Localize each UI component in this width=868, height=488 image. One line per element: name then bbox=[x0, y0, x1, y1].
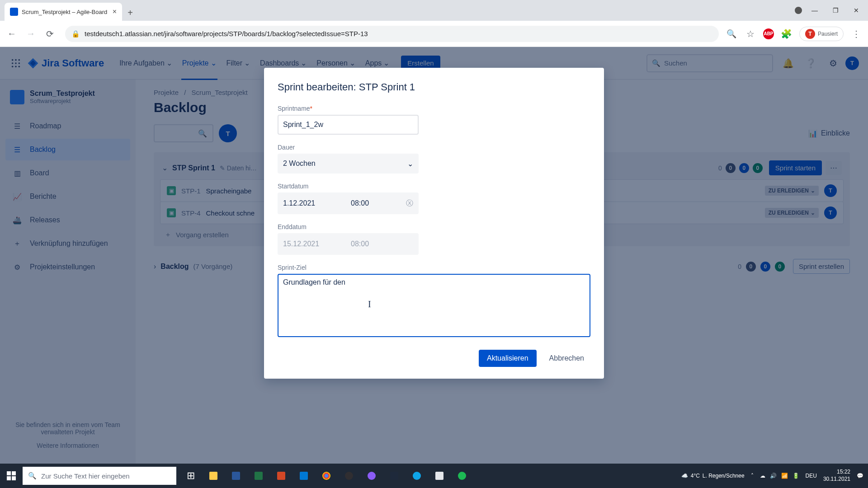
field-label: Startdatum bbox=[278, 183, 590, 190]
app-icon bbox=[255, 472, 263, 480]
word-icon[interactable] bbox=[225, 464, 247, 488]
zoom-icon[interactable]: 🔍 bbox=[725, 29, 738, 39]
tab-title: Scrum_Testprojekt – Agile-Board bbox=[22, 9, 109, 15]
cancel-button[interactable]: Abbrechen bbox=[543, 350, 590, 367]
app-icon bbox=[277, 472, 285, 480]
jira-app: Jira Software Ihre Aufgaben⌄ Projekte⌄ F… bbox=[0, 47, 868, 464]
duration-value: 2 Wochen bbox=[283, 160, 316, 168]
app-icon bbox=[322, 472, 330, 480]
text-caret-icon: I bbox=[368, 299, 371, 310]
notepad-icon[interactable] bbox=[429, 464, 450, 488]
extensions-icon[interactable]: 🧩 bbox=[780, 28, 793, 39]
url-text: testdeutsch1.atlassian.net/jira/software… bbox=[85, 30, 368, 38]
field-label: Sprintname* bbox=[278, 105, 590, 112]
chevron-down-icon: ⌄ bbox=[407, 160, 413, 168]
close-window-button[interactable]: ✕ bbox=[848, 4, 864, 17]
time-label: 15:22 bbox=[823, 469, 850, 476]
volume-icon[interactable]: 🔊 bbox=[770, 473, 777, 479]
startdate-input[interactable]: 1.12.2021 08:00 ⓧ bbox=[278, 192, 419, 214]
update-button[interactable]: Aktualisieren bbox=[479, 350, 537, 367]
wifi-icon[interactable]: 📶 bbox=[781, 473, 788, 479]
field-enddate: Enddatum 15.12.2021 08:00 bbox=[278, 223, 590, 255]
mail-icon[interactable] bbox=[293, 464, 315, 488]
sprintname-input[interactable] bbox=[278, 115, 419, 135]
start-time-value: 08:00 bbox=[351, 199, 396, 207]
maximize-button[interactable]: ❐ bbox=[827, 4, 844, 17]
spotify-icon[interactable] bbox=[451, 464, 473, 488]
browser-tab[interactable]: Scrum_Testprojekt – Agile-Board × bbox=[5, 3, 122, 21]
windows-logo-icon bbox=[7, 471, 16, 480]
app-icon bbox=[345, 472, 353, 480]
excel-icon[interactable] bbox=[248, 464, 269, 488]
reload-button[interactable]: ⟳ bbox=[43, 28, 56, 39]
enddate-input: 15.12.2021 08:00 bbox=[278, 233, 419, 255]
back-button[interactable]: ← bbox=[5, 28, 18, 39]
taskbar-search-input[interactable]: 🔍 Zur Suche Text hier eingeben bbox=[23, 467, 176, 485]
powerpoint-icon[interactable] bbox=[270, 464, 292, 488]
abp-icon[interactable]: ABP bbox=[763, 28, 774, 39]
forward-button[interactable]: → bbox=[24, 28, 37, 39]
notifications-icon[interactable]: 💬 bbox=[857, 473, 863, 479]
new-tab-button[interactable]: + bbox=[122, 5, 138, 21]
address-bar: ← → ⟳ 🔒 testdeutsch1.atlassian.net/jira/… bbox=[0, 21, 868, 47]
clock[interactable]: 15:22 30.11.2021 bbox=[823, 469, 850, 483]
battery-icon[interactable]: 🔋 bbox=[793, 473, 799, 479]
modal-actions: Aktualisieren Abbrechen bbox=[278, 350, 590, 367]
app-icon bbox=[458, 472, 466, 480]
weather-temp: 4°C bbox=[691, 473, 700, 479]
taskbar-apps: ⊞ bbox=[180, 464, 473, 488]
window-controls: — ❐ ✕ bbox=[795, 4, 864, 17]
task-view-icon[interactable]: ⊞ bbox=[180, 464, 202, 488]
app-icon bbox=[232, 472, 240, 480]
tab-strip: Scrum_Testprojekt – Agile-Board × + — ❐ … bbox=[0, 0, 868, 21]
url-input[interactable]: 🔒 testdeutsch1.atlassian.net/jira/softwa… bbox=[65, 26, 719, 42]
field-sprintgoal: Sprint-Ziel I bbox=[278, 264, 590, 339]
date-label: 30.11.2021 bbox=[823, 476, 850, 483]
close-icon[interactable]: × bbox=[113, 8, 117, 16]
lock-icon: 🔒 bbox=[71, 30, 80, 38]
app-icon[interactable] bbox=[383, 464, 405, 488]
minimize-button[interactable]: — bbox=[807, 4, 823, 17]
required-asterisk: * bbox=[310, 105, 312, 112]
weather-widget[interactable]: ☁️ 4°C L. Regen/Schnee bbox=[681, 473, 745, 479]
app-icon bbox=[368, 472, 376, 480]
paused-label: Pausiert bbox=[818, 31, 838, 37]
field-label: Sprint-Ziel bbox=[278, 264, 590, 271]
modal-title: Sprint bearbeiten: STP Sprint 1 bbox=[278, 81, 590, 93]
edge-icon[interactable] bbox=[406, 464, 428, 488]
favicon bbox=[10, 8, 18, 16]
file-explorer-icon[interactable] bbox=[203, 464, 224, 488]
end-date-value: 15.12.2021 bbox=[283, 240, 351, 248]
obs-icon[interactable] bbox=[338, 464, 360, 488]
star-icon[interactable]: ☆ bbox=[744, 28, 757, 39]
onedrive-icon[interactable]: ☁ bbox=[760, 473, 765, 479]
weather-icon: ☁️ bbox=[681, 473, 688, 479]
folder-icon bbox=[209, 472, 217, 480]
app-icon bbox=[300, 472, 308, 480]
end-time-value: 08:00 bbox=[351, 240, 396, 248]
start-date-value: 1.12.2021 bbox=[283, 199, 351, 207]
weather-text: L. Regen/Schnee bbox=[703, 473, 745, 479]
windows-taskbar: 🔍 Zur Suche Text hier eingeben ⊞ ☁️ 4°C … bbox=[0, 464, 868, 488]
field-duration: Dauer 2 Wochen ⌄ bbox=[278, 144, 590, 174]
tray-chevron-icon[interactable]: ˄ bbox=[751, 473, 754, 479]
clear-date-icon[interactable]: ⓧ bbox=[406, 199, 413, 208]
language-indicator[interactable]: DEU bbox=[806, 473, 817, 479]
system-tray: ☁️ 4°C L. Regen/Schnee ˄ ☁ 🔊 📶 🔋 DEU 15:… bbox=[681, 469, 868, 483]
app-icon[interactable] bbox=[361, 464, 382, 488]
field-label: Enddatum bbox=[278, 223, 590, 230]
chrome-icon[interactable] bbox=[316, 464, 337, 488]
account-indicator-icon[interactable] bbox=[795, 7, 802, 14]
kebab-menu-icon[interactable]: ⋮ bbox=[850, 28, 863, 39]
field-label: Dauer bbox=[278, 144, 590, 151]
duration-select[interactable]: 2 Wochen ⌄ bbox=[278, 154, 419, 174]
search-icon: 🔍 bbox=[28, 472, 37, 480]
app-icon bbox=[413, 472, 421, 480]
sprintgoal-textarea[interactable] bbox=[278, 274, 590, 337]
field-sprintname: Sprintname* bbox=[278, 105, 590, 135]
profile-paused-button[interactable]: T Pausiert bbox=[799, 27, 844, 41]
start-button[interactable] bbox=[0, 464, 23, 488]
browser-chrome: Scrum_Testprojekt – Agile-Board × + — ❐ … bbox=[0, 0, 868, 47]
app-icon bbox=[390, 472, 398, 480]
modal-overlay[interactable]: Sprint bearbeiten: STP Sprint 1 Sprintna… bbox=[0, 47, 868, 464]
